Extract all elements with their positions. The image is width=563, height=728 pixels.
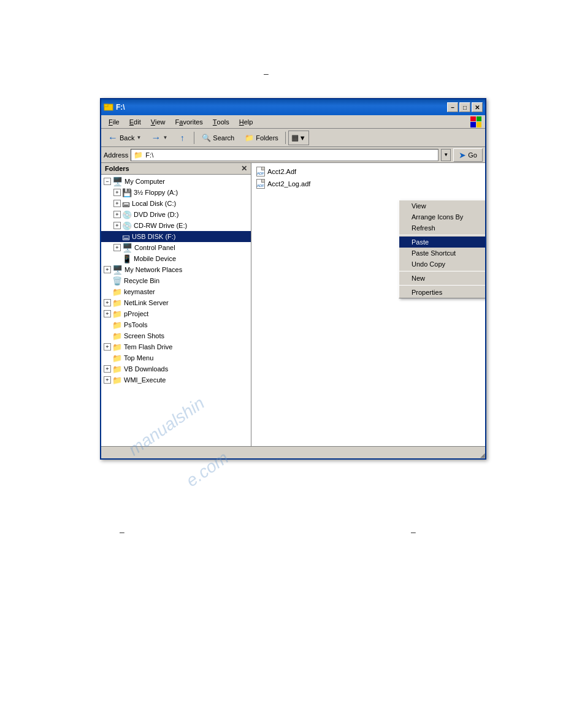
tree-item-netlink[interactable]: + 📁 NetLink Server [101, 297, 251, 308]
search-button[interactable]: 🔍 Search [197, 131, 239, 145]
go-label: Go [468, 151, 477, 159]
menu-help[interactable]: Help [234, 115, 258, 128]
up-button[interactable]: ↑ [173, 131, 191, 145]
no-expand-recycle [104, 277, 111, 284]
no-expand-mobile [113, 255, 121, 262]
tree-item-floppy[interactable]: + 💾 3½ Floppy (A:) [101, 187, 251, 198]
tree-label-pstools: PsTools [124, 321, 148, 328]
address-dropdown[interactable]: ▼ [441, 149, 451, 161]
tree-item-cdrw-drive[interactable]: + 💿 CD-RW Drive (E:) [101, 220, 251, 231]
tree-item-keymaster[interactable]: 📁 keymaster [101, 286, 251, 297]
address-folder-icon: 📁 [134, 151, 143, 159]
tree-item-local-disk-c[interactable]: + 🖴 Local Disk (C:) [101, 198, 251, 209]
expand-pproject[interactable]: + [104, 310, 111, 317]
ctx-paste-shortcut-label: Paste Shortcut [412, 249, 456, 257]
control-panel-icon: 🖥️ [122, 243, 132, 252]
expand-wmi-execute[interactable]: + [104, 376, 111, 384]
ctx-undo-copy[interactable]: Undo Copy Ctrl+Z [399, 259, 485, 270]
toolbar-sep-2 [285, 132, 286, 144]
address-input[interactable] [145, 151, 435, 159]
mobile-device-icon: 📱 [122, 254, 132, 264]
menu-bar: File Edit View Favorites Tools Help [101, 115, 485, 129]
explorer-window: F:\ – □ ✕ File Edit View Favorites Tools… [100, 98, 486, 460]
pstools-icon: 📁 [112, 320, 122, 330]
forward-arrow: ▼ [163, 135, 167, 140]
views-button[interactable]: ▦ ▼ [288, 131, 309, 145]
ctx-paste-shortcut[interactable]: Paste Shortcut [399, 248, 485, 259]
file-item-acct2-log[interactable]: ADF Acct2_Log.adf [254, 178, 483, 190]
back-label: Back [120, 134, 134, 142]
expand-local-disk-c[interactable]: + [113, 200, 121, 207]
expand-cdrw-drive[interactable]: + [113, 222, 121, 229]
toolbar: ← Back ▼ → ▼ ↑ 🔍 Search 📁 Folders [101, 129, 485, 147]
tree-item-vb-downloads[interactable]: + 📁 VB Downloads [101, 363, 251, 374]
tree-label-keymaster: keymaster [124, 288, 155, 295]
tree-item-top-menu[interactable]: 📁 Top Menu [101, 352, 251, 363]
go-button[interactable]: ➤ Go [453, 148, 483, 162]
ctx-view[interactable]: View ► [399, 200, 485, 211]
ctx-sep-1 [399, 235, 485, 235]
ctx-arrange-icons[interactable]: Arrange Icons By ► [399, 211, 485, 222]
tree-item-dvd-drive[interactable]: + 💿 DVD Drive (D:) [101, 209, 251, 220]
expand-vb-downloads[interactable]: + [104, 365, 111, 373]
ctx-arrange-label: Arrange Icons By [412, 213, 463, 221]
tree-item-pproject[interactable]: + 📁 pProject [101, 308, 251, 319]
acct2-log-file-icon: ADF [256, 179, 265, 189]
ctx-properties[interactable]: Properties [399, 287, 485, 298]
tree-label-usb-disk: USB DISK (F:) [132, 233, 176, 240]
tree-item-my-network[interactable]: + 🖥️ My Network Places [101, 264, 251, 275]
tree-item-screen-shots[interactable]: 📁 Screen Shots [101, 330, 251, 341]
tree-item-pstools[interactable]: 📁 PsTools [101, 319, 251, 330]
tree-item-usb-disk[interactable]: 🖴 USB DISK (F:) [101, 231, 251, 242]
file-item-acct2[interactable]: ADF Acct2.Adf [254, 165, 483, 178]
address-label: Address [104, 151, 128, 159]
expand-dvd-drive[interactable]: + [113, 211, 121, 218]
tree-item-recycle-bin[interactable]: 🗑️ Recycle Bin [101, 275, 251, 286]
forward-button[interactable]: → ▼ [147, 131, 172, 145]
tree-item-my-computer[interactable]: − 🖥️ My Computer [101, 176, 251, 187]
tree-item-mobile-device[interactable]: 📱 Mobile Device [101, 253, 251, 264]
expand-netlink[interactable]: + [104, 299, 111, 306]
maximize-button[interactable]: □ [459, 102, 470, 112]
menu-tools[interactable]: Tools [208, 115, 234, 128]
ctx-paste[interactable]: Paste [399, 237, 485, 248]
menu-edit[interactable]: Edit [124, 115, 146, 128]
folders-button[interactable]: 📁 Folders [240, 131, 283, 145]
my-network-icon: 🖥️ [112, 265, 123, 275]
acct2-log-file-label: Acct2_Log.adf [267, 180, 310, 188]
folders-close-button[interactable]: ✕ [241, 164, 247, 173]
ctx-undo-copy-label: Undo Copy [412, 260, 445, 268]
toolbar-sep-1 [194, 132, 194, 144]
expand-tem-flash-drive[interactable]: + [104, 343, 111, 351]
expand-floppy[interactable]: + [113, 189, 121, 196]
folders-header-label: Folders [105, 165, 129, 172]
resize-handle[interactable]: ◢ [475, 449, 485, 458]
tree-item-tem-flash-drive[interactable]: + 📁 Tem Flash Drive [101, 341, 251, 352]
expand-control-panel[interactable]: + [113, 244, 121, 251]
tree-label-floppy: 3½ Floppy (A:) [134, 189, 178, 196]
ctx-new[interactable]: New ► [399, 273, 485, 284]
tree-label-recycle-bin: Recycle Bin [124, 277, 159, 284]
go-arrow-icon: ➤ [459, 150, 466, 160]
back-button[interactable]: ← Back ▼ [104, 131, 145, 145]
minimize-button[interactable]: – [447, 102, 458, 112]
expand-my-network[interactable]: + [104, 266, 111, 273]
windows-flag [469, 116, 483, 128]
back-arrow: ▼ [136, 135, 141, 140]
menu-favorites[interactable]: Favorites [170, 115, 208, 128]
acct2-file-label: Acct2.Adf [267, 168, 296, 175]
tree-label-vb-downloads: VB Downloads [124, 365, 168, 373]
menu-view[interactable]: View [146, 115, 170, 128]
folders-tree[interactable]: − 🖥️ My Computer + 💾 3½ Floppy (A:) + 🖴 [101, 175, 251, 458]
top-menu-icon: 📁 [112, 354, 122, 363]
menu-file[interactable]: File [104, 115, 124, 128]
close-button[interactable]: ✕ [472, 102, 483, 112]
main-area: Folders ✕ − 🖥️ My Computer + 💾 3½ Floppy [101, 163, 485, 458]
dvd-drive-icon: 💿 [122, 210, 132, 219]
tem-flash-drive-icon: 📁 [112, 343, 122, 352]
ctx-refresh[interactable]: Refresh [399, 222, 485, 233]
tree-item-wmi-execute[interactable]: + 📁 WMI_Execute [101, 374, 251, 385]
dash-top: – [264, 69, 269, 78]
tree-item-control-panel[interactable]: + 🖥️ Control Panel [101, 242, 251, 253]
expand-my-computer[interactable]: − [104, 178, 111, 185]
